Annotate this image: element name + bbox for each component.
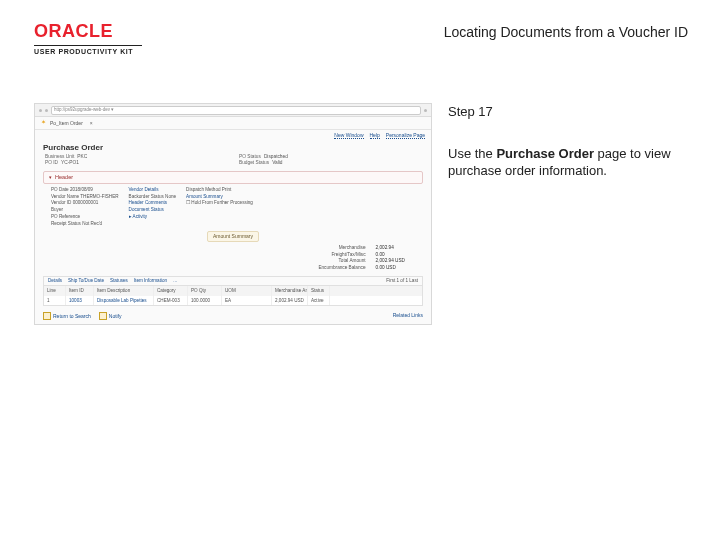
url-bar: http://ps92upgrade-web-dev ▾ (51, 106, 421, 115)
amount-summary-badge: Amount Summary (207, 231, 259, 241)
instruction-text: Use the Purchase Order page to view purc… (448, 145, 688, 180)
tab-label: Po_Item Order (50, 120, 83, 126)
document-title: Locating Documents from a Voucher ID (444, 24, 688, 40)
instruction-bold: Purchase Order (496, 146, 594, 161)
step-number: Step 17 (448, 103, 688, 121)
logo-text: ORACLE (34, 22, 142, 40)
link-new-window: New Window (334, 132, 363, 139)
logo-subtitle: USER PRODUCTIVITY KIT (34, 48, 142, 55)
embedded-screenshot: http://ps92upgrade-web-dev ▾ ✶ Po_Item O… (34, 103, 432, 325)
triangle-down-icon: ▾ (49, 174, 52, 180)
browser-tab: ✶ Po_Item Order × (35, 117, 431, 130)
browser-chrome: http://ps92upgrade-web-dev ▾ (35, 104, 431, 117)
logo-rule (34, 45, 142, 46)
notify-icon (99, 312, 107, 320)
header-detail-block: PO Date 2018/08/09 Vendor Name THERMO-FI… (35, 186, 431, 229)
link-help: Help (370, 132, 380, 139)
page-actions: New Window Help Personalize Page (35, 130, 431, 141)
page-heading: Purchase Order (43, 143, 103, 153)
instruction-pre: Use the (448, 146, 496, 161)
oracle-logo: ORACLE USER PRODUCTIVITY KIT (34, 22, 142, 55)
page-footer-links: Return to Search Notify Related Links (35, 308, 431, 324)
tab-favicon-icon: ✶ (41, 119, 46, 127)
header-collapser: ▾ Header (43, 171, 423, 184)
lines-table: Details Ship To/Due Date Statuses Item I… (43, 276, 423, 306)
return-icon (43, 312, 51, 320)
link-personalize: Personalize Page (386, 132, 425, 139)
amount-summary-values: Merchandise2,002.94 Freight/Tax/Misc0.00… (35, 244, 417, 275)
tab-close-icon: × (90, 120, 93, 126)
po-summary-fields: Business UnitPKC PO StatusDispatched PO … (35, 153, 431, 169)
